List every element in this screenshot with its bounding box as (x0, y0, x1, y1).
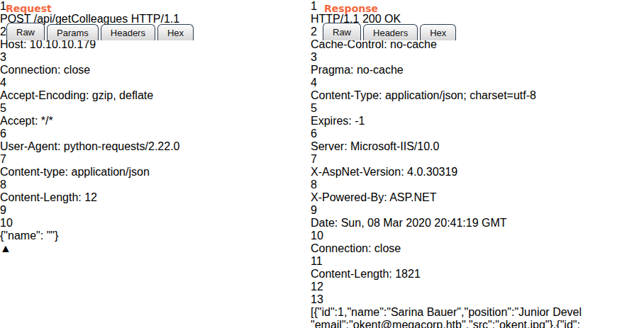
code-line[interactable]: 6User-Agent: python-requests/2.22.0 (0, 128, 297, 153)
code-line[interactable]: 8X-Powered-By: ASP.NET (311, 179, 644, 204)
line-number: 4 (0, 77, 297, 89)
line-number: 8 (0, 179, 297, 191)
tab-params[interactable]: Params (47, 24, 99, 40)
code-line[interactable]: 11Content-Length: 1821 (311, 255, 644, 281)
response-title: Response (324, 3, 378, 14)
code-text: Expires: -1 (311, 115, 644, 128)
response-panel: Response RawHeadersHex 1HTTP/1.1 200 OK2… (311, 0, 644, 328)
response-editor[interactable]: 1HTTP/1.1 200 OK2Cache-Control: no-cache… (311, 0, 644, 328)
code-line[interactable]: 8Content-Length: 12 (0, 179, 297, 204)
code-text: Connection: close (311, 242, 644, 255)
code-line[interactable]: 5Expires: -1 (311, 102, 644, 128)
code-line[interactable]: 7X-AspNet-Version: 4.0.30319 (311, 153, 644, 179)
code-line[interactable]: 13[{"id":1,"name":"Sarina Bauer","positi… (311, 293, 644, 319)
line-number: 9 (0, 204, 297, 217)
line-number: 7 (311, 153, 644, 166)
code-line[interactable]: 10{"name": ""} (0, 217, 297, 242)
line-number: 5 (311, 102, 644, 115)
code-text: X-AspNet-Version: 4.0.30319 (311, 166, 644, 179)
line-number: 9 (311, 204, 644, 217)
code-line[interactable]: 4Accept-Encoding: gzip, deflate (0, 77, 297, 102)
code-text: User-Agent: python-requests/2.22.0 (0, 140, 297, 153)
line-number: 3 (0, 51, 297, 64)
code-text: Content-Length: 1821 (311, 268, 644, 281)
code-text: X-Powered-By: ASP.NET (311, 191, 644, 204)
tab-hex[interactable]: Hex (420, 24, 456, 40)
code-text: Content-Length: 12 (0, 191, 297, 204)
code-line[interactable]: 3Pragma: no-cache (311, 51, 644, 77)
code-text: Content-type: application/json (0, 166, 297, 179)
line-number: 11 (311, 255, 644, 268)
code-text: Accept: */* (0, 115, 297, 128)
code-line[interactable]: 4Content-Type: application/json; charset… (311, 77, 644, 102)
request-panel: Request RawParamsHeadersHex 1POST /api/g… (0, 0, 297, 328)
code-line[interactable]: 7Content-type: application/json (0, 153, 297, 179)
request-tabs: RawParamsHeadersHex (6, 23, 194, 40)
code-line[interactable]: 10Connection: close (311, 230, 644, 255)
code-text: Accept-Encoding: gzip, deflate (0, 89, 297, 102)
line-number: 4 (311, 77, 644, 89)
line-number: 6 (311, 128, 644, 140)
code-text: Date: Sun, 08 Mar 2020 20:41:19 GMT (311, 217, 644, 230)
code-line[interactable]: 9 (0, 204, 297, 217)
tab-headers[interactable]: Headers (101, 24, 155, 40)
line-number: 10 (311, 230, 644, 242)
tab-headers[interactable]: Headers (363, 24, 418, 40)
code-text: Content-Type: application/json; charset=… (311, 89, 644, 102)
tab-raw[interactable]: Raw (323, 23, 361, 40)
code-text: Connection: close (0, 64, 297, 77)
burp-intercept-view: Request RawParamsHeadersHex 1POST /api/g… (0, 0, 644, 328)
code-line[interactable]: 6Server: Microsoft-IIS/10.0 (311, 128, 644, 153)
request-scrollbar[interactable]: ▲ (0, 242, 297, 255)
line-number: 7 (0, 153, 297, 166)
code-text: {"name": ""} (0, 230, 297, 242)
code-line[interactable]: 3Connection: close (0, 51, 297, 77)
tab-hex[interactable]: Hex (157, 24, 194, 40)
line-number: 8 (311, 179, 644, 191)
tab-raw[interactable]: Raw (6, 23, 45, 40)
line-number: 10 (0, 217, 297, 230)
line-number: 5 (0, 102, 297, 115)
code-text: Pragma: no-cache (311, 64, 644, 77)
request-title: Request (6, 3, 52, 14)
code-text: Server: Microsoft-IIS/10.0 (311, 140, 644, 153)
scroll-up-button[interactable]: ▲ (0, 242, 297, 255)
code-line[interactable]: 9Date: Sun, 08 Mar 2020 20:41:19 GMT (311, 204, 644, 230)
code-text: [{"id":1,"name":"Sarina Bauer","position… (311, 306, 644, 319)
line-number: 13 (311, 293, 644, 306)
code-line[interactable]: 5Accept: */* (0, 102, 297, 128)
line-number: 6 (0, 128, 297, 140)
code-text: "email":"okent@megacorp.htb","src":"oken… (311, 319, 644, 328)
code-line[interactable]: 12 (311, 281, 644, 293)
line-number: 3 (311, 51, 644, 64)
response-tabs: RawHeadersHex (323, 23, 456, 40)
line-number: 12 (311, 281, 644, 293)
code-line[interactable]: "email":"okent@megacorp.htb","src":"oken… (311, 319, 644, 328)
